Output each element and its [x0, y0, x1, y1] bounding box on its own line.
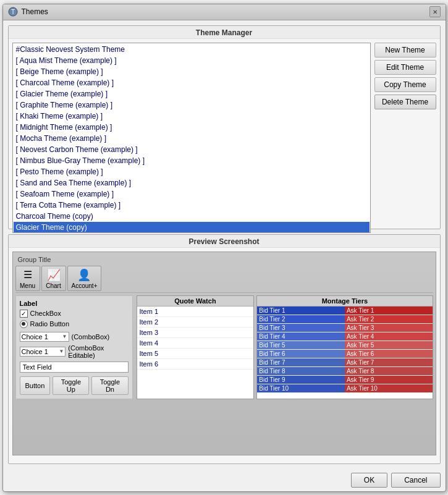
- tier-bid: Bid Tier 5: [257, 341, 345, 349]
- preview-button[interactable]: Button: [20, 376, 51, 395]
- toolbar-account[interactable]: 👤 Account+: [67, 266, 102, 291]
- combo2-value: Choice 1: [22, 348, 48, 355]
- toggle-dn-button[interactable]: Toggle Dn: [91, 376, 128, 395]
- preview-content: Group Title ☰ Menu 📈 Chart 👤: [9, 248, 440, 459]
- copy-theme-button[interactable]: Copy Theme: [374, 77, 436, 92]
- tier-bid: Bid Tier 6: [257, 350, 345, 358]
- window-body: Theme Manager #Classic Neovest System Th…: [3, 20, 446, 469]
- tier-ask: Ask Tier 5: [345, 341, 433, 349]
- account-icon: 👤: [77, 268, 91, 282]
- quote-item: Item 2: [137, 317, 254, 328]
- delete-theme-button[interactable]: Delete Theme: [374, 95, 436, 109]
- footer-buttons: OK Cancel: [3, 469, 446, 491]
- text-field-input[interactable]: [20, 362, 129, 373]
- combo2-row: Choice 1 ▼ (ComboBox Editable): [20, 344, 129, 359]
- toggle-up-button[interactable]: Toggle Up: [53, 376, 89, 395]
- tier-row: Bid Tier 10Ask Tier 10: [257, 384, 432, 393]
- preview-button-row: Button Toggle Up Toggle Dn: [20, 376, 129, 395]
- toolbar-menu[interactable]: ☰ Menu: [15, 266, 40, 291]
- theme-manager-section: Theme Manager #Classic Neovest System Th…: [8, 25, 441, 229]
- montage-tiers: Montage Tiers Bid Tier 1Ask Tier 1Bid Ti…: [256, 295, 433, 399]
- window-title: Themes: [22, 7, 48, 16]
- radio-row: Radio Button: [20, 320, 129, 328]
- tier-ask: Ask Tier 4: [345, 332, 433, 341]
- theme-buttons: New Theme Edit Theme Copy Theme Delete T…: [374, 43, 436, 233]
- tier-ask: Ask Tier 8: [345, 367, 433, 375]
- chart-icon: 📈: [46, 268, 61, 282]
- tier-row: Bid Tier 8Ask Tier 8: [257, 367, 432, 376]
- combo1-label: (ComboBox): [72, 333, 110, 341]
- theme-list-item[interactable]: [ Khaki Theme (example) ]: [14, 111, 370, 122]
- quote-items: Item 1Item 2Item 3Item 4Item 5Item 6: [137, 307, 254, 370]
- cancel-button[interactable]: Cancel: [391, 473, 440, 488]
- combo1-box[interactable]: Choice 1 ▼: [20, 332, 69, 342]
- theme-list-item[interactable]: [ Glacier Theme (example) ]: [14, 88, 370, 99]
- tier-bid: Bid Tier 3: [257, 324, 345, 332]
- theme-list-item[interactable]: [ Terra Cotta Theme (example) ]: [14, 200, 370, 211]
- quote-item: Item 1: [137, 307, 254, 317]
- preview-toolbar: ☰ Menu 📈 Chart 👤 Account+: [15, 264, 433, 293]
- theme-list-item[interactable]: [ Aqua Mist Theme (example) ]: [14, 55, 370, 66]
- combo2-label: (ComboBox Editable): [68, 344, 128, 359]
- combo1-row: Choice 1 ▼ (ComboBox): [20, 332, 129, 342]
- ok-button[interactable]: OK: [351, 473, 387, 488]
- combo1-arrow: ▼: [62, 334, 67, 339]
- theme-list-item[interactable]: [ Sand and Sea Theme (example) ]: [14, 177, 370, 188]
- theme-list-item[interactable]: Charcoal Theme (copy): [14, 211, 370, 222]
- checkbox-control[interactable]: ✓: [20, 310, 28, 318]
- close-button[interactable]: ✕: [429, 6, 441, 17]
- title-bar: T Themes ✕: [3, 4, 446, 20]
- theme-list-item[interactable]: Glacier Theme (copy): [14, 222, 370, 233]
- theme-list-item[interactable]: [ Pesto Theme (example) ]: [14, 166, 370, 177]
- theme-list-item[interactable]: [ Nimbus Blue-Gray Theme (example) ]: [14, 155, 370, 166]
- tier-bid: Bid Tier 10: [257, 384, 345, 392]
- theme-list-item[interactable]: [ Neovest Carbon Theme (example) ]: [14, 144, 370, 155]
- theme-list-item[interactable]: [ Beige Theme (example) ]: [14, 66, 370, 77]
- tier-row: Bid Tier 7Ask Tier 7: [257, 358, 432, 367]
- theme-list-item[interactable]: [ Midnight Theme (example) ]: [14, 122, 370, 133]
- tier-bid: Bid Tier 7: [257, 358, 345, 366]
- text-field-row: [20, 362, 129, 373]
- tier-row: Bid Tier 5Ask Tier 5: [257, 341, 432, 350]
- edit-theme-button[interactable]: Edit Theme: [374, 60, 436, 75]
- toolbar-chart-label: Chart: [46, 282, 61, 289]
- montage-tiers-header: Montage Tiers: [257, 296, 432, 307]
- tier-row: Bid Tier 9Ask Tier 9: [257, 376, 432, 384]
- tier-row: Bid Tier 1Ask Tier 1: [257, 307, 432, 315]
- theme-list[interactable]: #Classic Neovest System Theme[ Aqua Mist…: [12, 43, 371, 233]
- toolbar-chart[interactable]: 📈 Chart: [41, 266, 66, 291]
- themes-window: T Themes ✕ Theme Manager #Classic Neoves…: [2, 4, 446, 492]
- preview-section: Preview Screenshot Group Title ☰ Menu 📈 …: [8, 234, 441, 464]
- preview-main: Label ✓ CheckBox Radio Button: [15, 295, 433, 399]
- radio-control[interactable]: [20, 320, 28, 328]
- theme-list-item[interactable]: [ Charcoal Theme (example) ]: [14, 77, 370, 88]
- theme-list-item[interactable]: [ Mocha Theme (example) ]: [14, 133, 370, 144]
- checkbox-label: CheckBox: [30, 310, 61, 317]
- title-bar-left: T Themes: [8, 7, 48, 17]
- tier-bid: Bid Tier 1: [257, 307, 345, 315]
- window-icon: T: [8, 7, 18, 17]
- label-section-title: Label: [20, 300, 129, 307]
- new-theme-button[interactable]: New Theme: [374, 43, 436, 57]
- tier-ask: Ask Tier 9: [345, 376, 433, 384]
- theme-list-item[interactable]: #Classic Neovest System Theme: [14, 44, 370, 55]
- theme-list-item[interactable]: [ Seafoam Theme (example) ]: [14, 188, 370, 200]
- preview-inner: Group Title ☰ Menu 📈 Chart 👤: [12, 252, 436, 455]
- combo1-value: Choice 1: [22, 333, 48, 341]
- radio-label: Radio Button: [30, 320, 70, 328]
- tier-bid: Bid Tier 8: [257, 367, 345, 375]
- theme-manager-content: #Classic Neovest System Theme[ Aqua Mist…: [9, 39, 440, 237]
- quote-watch: Quote Watch Item 1Item 2Item 3Item 4Item…: [137, 295, 255, 399]
- tier-row: Bid Tier 2Ask Tier 2: [257, 315, 432, 324]
- tier-bid: Bid Tier 2: [257, 315, 345, 323]
- quote-item: Item 6: [137, 359, 254, 370]
- quote-watch-header: Quote Watch: [137, 296, 254, 307]
- quote-item: Item 4: [137, 338, 254, 349]
- theme-manager-title: Theme Manager: [9, 26, 440, 39]
- combo2-box[interactable]: Choice 1 ▼: [20, 347, 66, 357]
- combo2-arrow: ▼: [59, 349, 64, 354]
- preview-group-title: Group Title: [15, 255, 433, 264]
- toolbar-account-label: Account+: [72, 282, 98, 289]
- theme-list-item[interactable]: [ Graphite Theme (example) ]: [14, 99, 370, 111]
- tier-ask: Ask Tier 10: [345, 384, 433, 392]
